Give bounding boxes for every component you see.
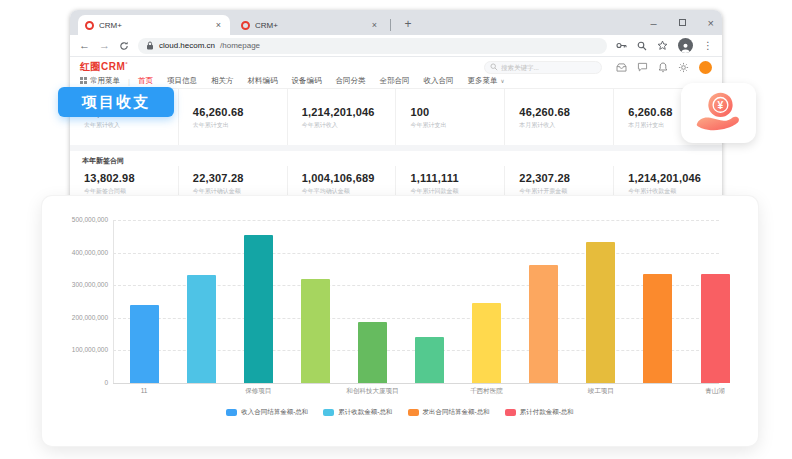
bar[interactable]	[586, 242, 615, 383]
crm-page: 红圈CRM°	[70, 58, 722, 200]
stat-cell: 1,111,111今年累计回款金额	[395, 166, 504, 200]
nav-item[interactable]: 更多菜单∨	[467, 76, 504, 86]
tab-close-icon[interactable]: ×	[214, 20, 223, 30]
nav-item[interactable]: 全部合同	[379, 76, 409, 86]
key-icon[interactable]	[616, 41, 627, 50]
stat-label: 本月累计收入	[519, 121, 613, 130]
section-title: 本年新签合同	[70, 151, 722, 166]
nav-item[interactable]: 收入合同	[423, 76, 453, 86]
legend-item[interactable]: 发出合同结算金额-总和	[408, 408, 490, 417]
bar[interactable]	[643, 274, 672, 383]
address-bar: ← → cloud.hecom.cn/homepage	[70, 35, 722, 57]
nav-item-label: 首页	[138, 76, 153, 86]
legend-swatch	[323, 409, 334, 416]
bar[interactable]	[358, 322, 387, 383]
bookmark-star-icon[interactable]	[657, 40, 668, 51]
maximize-button[interactable]	[679, 19, 686, 26]
nav-item[interactable]: 材料编码	[247, 76, 277, 86]
bell-icon[interactable]	[658, 62, 668, 73]
gear-icon[interactable]	[678, 62, 689, 73]
forward-icon[interactable]: →	[99, 40, 110, 51]
yuan-symbol: ¥	[717, 100, 723, 111]
bar[interactable]	[301, 279, 330, 383]
stat-value: 1,214,201,046	[628, 172, 722, 184]
stat-label: 去年累计支出	[193, 121, 287, 130]
stat-cell: 46,260.68本月累计收入	[504, 89, 613, 145]
gridline	[113, 220, 719, 221]
stat-cell: 1,214,201,046今年累计收入	[287, 89, 396, 145]
stat-value: 1,111,111	[410, 172, 504, 184]
bar[interactable]	[187, 275, 216, 383]
stat-value: 22,307.28	[519, 172, 613, 184]
y-tick-label: 400,000,000	[44, 249, 108, 256]
legend-item[interactable]: 累计付款金额-总和	[505, 408, 574, 417]
new-tab-button[interactable]: +	[398, 14, 418, 34]
crm-logo: 红圈CRM°	[80, 60, 128, 74]
reload-icon[interactable]	[119, 41, 129, 51]
user-avatar[interactable]	[699, 61, 712, 74]
x-axis-line	[113, 383, 719, 384]
legend-swatch	[505, 409, 516, 416]
nav-item[interactable]: 合同分类	[335, 76, 365, 86]
stat-cell: 1,214,201,046今年累计收款金额	[613, 166, 722, 200]
stats-row-2: 13,802.98今年新签合同额22,307.28今年累计确认金额1,004,1…	[70, 166, 722, 200]
chat-icon[interactable]	[637, 62, 648, 72]
tab-close-icon[interactable]: ×	[370, 20, 379, 30]
y-tick-label: 300,000,000	[44, 281, 108, 288]
legend-item[interactable]: 收入合同结算金额-总和	[226, 408, 308, 417]
x-tick-label: 千西村医院	[427, 387, 547, 396]
bar[interactable]	[415, 337, 444, 383]
browser-tab-2[interactable]: CRM+ ×	[234, 15, 386, 35]
back-icon[interactable]: ←	[79, 40, 90, 51]
bar[interactable]	[472, 303, 501, 383]
x-tick-label: 11	[84, 387, 204, 394]
lock-icon	[146, 41, 154, 50]
nav-item[interactable]: 相关方	[211, 76, 234, 86]
nav-item-label: 常用菜单	[90, 76, 120, 86]
nav-item[interactable]: 项目信息	[167, 76, 197, 86]
nav-item[interactable]: 设备编码	[291, 76, 321, 86]
profile-avatar-icon[interactable]	[678, 38, 693, 53]
hand-coin-yuan-icon: ¥	[691, 90, 747, 136]
stat-label: 今年新签合同额	[84, 187, 178, 196]
x-tick-label: 青山湖	[655, 387, 775, 396]
nav-divider: |	[128, 77, 130, 86]
y-axis-line	[113, 220, 114, 383]
bar[interactable]	[529, 265, 558, 383]
nav-item-label: 合同分类	[335, 76, 365, 86]
bar[interactable]	[244, 235, 273, 383]
y-tick-label: 200,000,000	[44, 314, 108, 321]
y-tick-label: 500,000,000	[44, 216, 108, 223]
zoom-icon[interactable]	[637, 41, 647, 51]
stat-value: 22,307.28	[193, 172, 287, 184]
inbox-icon[interactable]	[616, 63, 627, 72]
stat-value: 1,214,201,046	[302, 106, 396, 118]
stat-label: 今年累计收款金额	[628, 187, 722, 196]
minimize-button[interactable]: –	[650, 17, 656, 29]
tab-separator	[390, 19, 391, 31]
url-field[interactable]: cloud.hecom.cn/homepage	[138, 38, 607, 54]
stat-value: 46,260.68	[193, 106, 287, 118]
url-host: cloud.hecom.cn	[159, 41, 215, 50]
crm-header-icons	[616, 61, 712, 74]
nav-item[interactable]: 首页	[138, 76, 153, 86]
browser-menu-icon[interactable]: ⋮	[703, 40, 713, 51]
stat-cell: 13,802.98今年新签合同额	[70, 166, 178, 200]
url-path: /homepage	[220, 41, 260, 50]
nav-item[interactable]: 常用菜单	[80, 76, 120, 86]
close-button[interactable]: ×	[708, 17, 714, 29]
stat-cell: 22,307.28今年累计确认金额	[178, 166, 287, 200]
legend-label: 收入合同结算金额-总和	[241, 408, 308, 417]
browser-tab-1[interactable]: CRM+ ×	[78, 15, 230, 35]
crm-search-box[interactable]	[484, 61, 602, 74]
search-input[interactable]	[501, 64, 591, 71]
nav-item-label: 收入合同	[423, 76, 453, 86]
stat-cell: 46,260.68去年累计支出	[178, 89, 287, 145]
gridline	[113, 253, 719, 254]
bar[interactable]	[701, 274, 730, 383]
nav-item-label: 项目信息	[167, 76, 197, 86]
bar[interactable]	[130, 305, 159, 383]
stat-cell: 22,307.28今年累计开票金额	[504, 166, 613, 200]
income-icon-card: ¥	[681, 83, 756, 143]
legend-item[interactable]: 累计收款金额-总和	[323, 408, 392, 417]
